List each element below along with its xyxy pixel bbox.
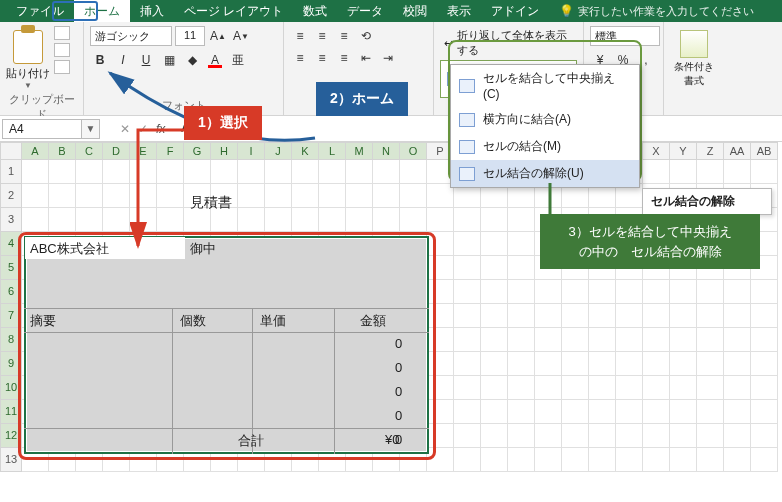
tab-formulas[interactable]: 数式 bbox=[293, 0, 337, 23]
cancel-formula-icon[interactable]: ✕ bbox=[120, 122, 130, 136]
row-header[interactable]: 2 bbox=[0, 184, 22, 208]
cell[interactable] bbox=[292, 184, 319, 208]
phonetic-button[interactable]: 亜 bbox=[228, 50, 248, 70]
decrease-font-icon[interactable]: A▼ bbox=[231, 26, 251, 46]
cell[interactable] bbox=[643, 328, 670, 352]
cell[interactable] bbox=[724, 352, 751, 376]
column-header[interactable]: G bbox=[184, 142, 211, 160]
conditional-formatting-button[interactable]: 条件付き書式 bbox=[670, 30, 718, 88]
cell[interactable] bbox=[724, 400, 751, 424]
row-header[interactable]: 11 bbox=[0, 400, 22, 424]
cell[interactable] bbox=[751, 304, 778, 328]
cell[interactable] bbox=[265, 208, 292, 232]
cell[interactable] bbox=[643, 280, 670, 304]
number-format-selector[interactable]: 標準 bbox=[590, 26, 660, 46]
cell[interactable] bbox=[22, 160, 49, 184]
cell[interactable] bbox=[373, 184, 400, 208]
cell[interactable] bbox=[724, 280, 751, 304]
cell[interactable] bbox=[643, 424, 670, 448]
row-header[interactable]: 8 bbox=[0, 328, 22, 352]
cell[interactable] bbox=[319, 208, 346, 232]
cell[interactable] bbox=[589, 304, 616, 328]
italic-button[interactable]: I bbox=[113, 50, 133, 70]
cell[interactable] bbox=[535, 328, 562, 352]
cell[interactable] bbox=[265, 160, 292, 184]
column-header[interactable]: K bbox=[292, 142, 319, 160]
cell[interactable] bbox=[184, 160, 211, 184]
cell[interactable] bbox=[670, 376, 697, 400]
cell[interactable] bbox=[103, 184, 130, 208]
cell[interactable] bbox=[508, 232, 535, 256]
cell[interactable] bbox=[427, 448, 454, 472]
border-button[interactable]: ▦ bbox=[159, 50, 179, 70]
cell[interactable] bbox=[508, 376, 535, 400]
cell[interactable] bbox=[697, 160, 724, 184]
cell[interactable] bbox=[454, 232, 481, 256]
column-header[interactable]: L bbox=[319, 142, 346, 160]
cell[interactable] bbox=[238, 184, 265, 208]
cell[interactable] bbox=[616, 328, 643, 352]
column-header[interactable]: A bbox=[22, 142, 49, 160]
cell[interactable] bbox=[508, 328, 535, 352]
cell[interactable] bbox=[76, 160, 103, 184]
cell[interactable] bbox=[562, 400, 589, 424]
cell[interactable] bbox=[427, 304, 454, 328]
column-header[interactable]: F bbox=[157, 142, 184, 160]
cell[interactable] bbox=[616, 424, 643, 448]
tell-me-search[interactable]: 💡 実行したい作業を入力してください bbox=[559, 4, 754, 19]
cell[interactable] bbox=[319, 184, 346, 208]
tab-addins[interactable]: アドイン bbox=[481, 0, 549, 23]
cell[interactable] bbox=[454, 352, 481, 376]
fx-icon[interactable]: fx bbox=[156, 122, 165, 136]
cell[interactable] bbox=[103, 160, 130, 184]
cell[interactable] bbox=[49, 184, 76, 208]
column-header[interactable]: M bbox=[346, 142, 373, 160]
cell[interactable] bbox=[319, 160, 346, 184]
cell[interactable] bbox=[751, 352, 778, 376]
cell[interactable] bbox=[643, 352, 670, 376]
cell[interactable] bbox=[697, 280, 724, 304]
increase-font-icon[interactable]: A▲ bbox=[208, 26, 228, 46]
merge-item-merge-cells[interactable]: セルの結合(M) bbox=[451, 133, 639, 160]
cell[interactable] bbox=[697, 304, 724, 328]
cell[interactable] bbox=[130, 184, 157, 208]
column-header[interactable]: N bbox=[373, 142, 400, 160]
row-header[interactable]: 1 bbox=[0, 160, 22, 184]
tab-home[interactable]: ホーム bbox=[74, 0, 130, 23]
row-header[interactable]: 10 bbox=[0, 376, 22, 400]
cell[interactable] bbox=[535, 376, 562, 400]
cell[interactable] bbox=[400, 160, 427, 184]
underline-button[interactable]: U bbox=[136, 50, 156, 70]
fill-color-button[interactable]: ◆ bbox=[182, 50, 202, 70]
align-right-icon[interactable]: ≡ bbox=[334, 48, 354, 68]
cell[interactable] bbox=[49, 160, 76, 184]
cell[interactable] bbox=[616, 400, 643, 424]
merge-item-merge-center[interactable]: セルを結合して中央揃え(C) bbox=[451, 65, 639, 106]
column-header[interactable]: Y bbox=[670, 142, 697, 160]
cell[interactable] bbox=[616, 280, 643, 304]
merge-item-merge-across[interactable]: 横方向に結合(A) bbox=[451, 106, 639, 133]
cell[interactable] bbox=[454, 424, 481, 448]
cell[interactable] bbox=[751, 280, 778, 304]
cell[interactable] bbox=[481, 256, 508, 280]
font-color-button[interactable]: A bbox=[205, 50, 225, 70]
cell[interactable] bbox=[616, 376, 643, 400]
cell[interactable] bbox=[508, 208, 535, 232]
cell[interactable] bbox=[481, 280, 508, 304]
cell[interactable] bbox=[481, 304, 508, 328]
column-header[interactable]: X bbox=[643, 142, 670, 160]
cell[interactable] bbox=[724, 160, 751, 184]
cell[interactable] bbox=[724, 304, 751, 328]
cell[interactable] bbox=[751, 376, 778, 400]
cell[interactable] bbox=[697, 400, 724, 424]
cell[interactable] bbox=[589, 280, 616, 304]
tab-review[interactable]: 校閲 bbox=[393, 0, 437, 23]
cell[interactable] bbox=[562, 424, 589, 448]
row-header[interactable]: 4 bbox=[0, 232, 22, 256]
copy-button[interactable] bbox=[54, 43, 70, 57]
cell[interactable] bbox=[535, 304, 562, 328]
cell[interactable] bbox=[589, 400, 616, 424]
align-left-icon[interactable]: ≡ bbox=[290, 48, 310, 68]
row-header[interactable]: 7 bbox=[0, 304, 22, 328]
cell[interactable] bbox=[238, 208, 265, 232]
